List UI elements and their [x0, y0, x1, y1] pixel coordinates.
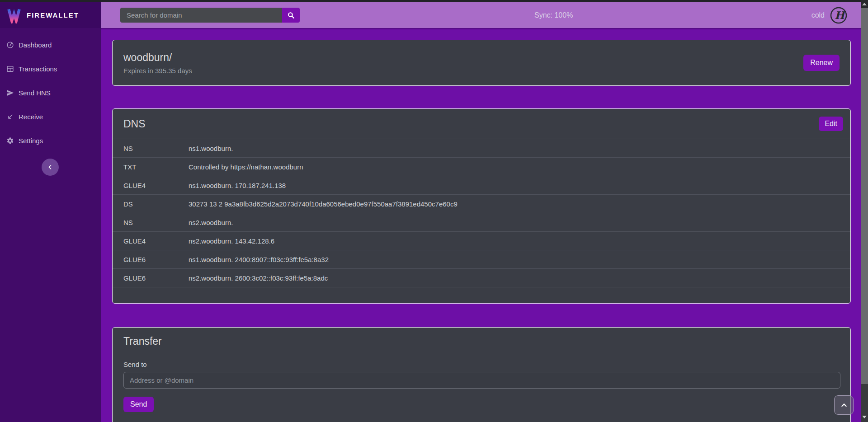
scrollbar-up-arrow-icon[interactable]	[861, 0, 868, 8]
dns-record-value: ns2.woodburn. 143.42.128.6	[189, 237, 840, 245]
domain-card: woodburn/ Expires in 395.35 days Renew	[112, 40, 851, 86]
wallet-switcher[interactable]: cold H	[811, 7, 847, 24]
dns-record-row: NS ns1.woodburn.	[113, 139, 850, 158]
send-transfer-button[interactable]: Send	[123, 397, 154, 412]
dns-record-row: GLUE4 ns2.woodburn. 143.42.128.6	[113, 232, 850, 250]
dns-record-value: ns2.woodburn. 2600:3c02::f03c:93ff:fe5a:…	[189, 274, 840, 282]
dns-card: DNS Edit NS ns1.woodburn. TXT Controlled…	[112, 108, 851, 304]
dns-record-value: ns1.woodburn. 170.187.241.138	[189, 182, 840, 189]
domain-expiry: Expires in 395.35 days	[123, 67, 192, 75]
dns-record-value: ns1.woodburn.	[189, 145, 840, 152]
receive-arrow-icon	[6, 113, 14, 121]
dns-record-row: NS ns2.woodburn.	[113, 213, 850, 232]
window-top-edge	[0, 0, 868, 2]
scroll-to-top-button[interactable]	[834, 395, 854, 415]
renew-button[interactable]: Renew	[803, 55, 840, 71]
dns-record-type: NS	[123, 145, 189, 152]
sidebar-item-receive[interactable]: Receive	[0, 105, 101, 129]
dns-record-row: DS 30273 13 2 9a3a8fb3d625d2a2073d740f10…	[113, 195, 850, 213]
sidebar-item-settings[interactable]: Settings	[0, 129, 101, 153]
sidebar-item-label: Transactions	[19, 65, 57, 73]
search-icon	[287, 11, 295, 19]
brand-header: FIREWALLET	[0, 2, 101, 28]
vertical-scrollbar[interactable]	[861, 0, 868, 422]
chevron-left-icon	[47, 164, 53, 170]
sidebar-item-label: Receive	[19, 113, 43, 121]
dns-record-value: Controlled by https://nathan.woodburn	[189, 163, 840, 171]
app-window: FIREWALLET Dashboard Transactions	[0, 0, 868, 422]
sidebar-nav: Dashboard Transactions Send HNS	[0, 28, 101, 153]
sidebar-item-label: Dashboard	[19, 41, 52, 49]
firewallet-logo-icon	[6, 7, 22, 23]
edit-dns-button[interactable]: Edit	[819, 117, 843, 131]
dns-record-type: GLUE4	[123, 237, 189, 245]
gear-icon	[6, 137, 14, 145]
dns-record-type: DS	[123, 200, 189, 208]
scrollbar-thumb[interactable]	[861, 8, 868, 384]
handshake-logo-icon: H	[830, 7, 847, 24]
topbar: Sync: 100% cold H	[101, 2, 861, 29]
sidebar-item-send-hns[interactable]: Send HNS	[0, 81, 101, 105]
sidebar-item-label: Settings	[19, 137, 43, 145]
table-icon	[6, 65, 14, 73]
sidebar: FIREWALLET Dashboard Transactions	[0, 2, 101, 422]
dns-record-row: GLUE6 ns2.woodburn. 2600:3c02::f03c:93ff…	[113, 269, 850, 287]
dns-title: DNS	[123, 118, 146, 130]
sync-status: Sync: 100%	[534, 11, 573, 19]
search-input[interactable]	[120, 8, 282, 23]
gauge-icon	[6, 41, 14, 49]
send-to-label: Send to	[123, 361, 840, 368]
dns-record-row: TXT Controlled by https://nathan.woodbur…	[113, 158, 850, 176]
search-button[interactable]	[282, 8, 300, 23]
transfer-card: Transfer Send to Send	[112, 327, 851, 422]
wallet-name: cold	[811, 11, 825, 19]
dns-record-value: 30273 13 2 9a3a8fb3d625d2a2073d740f10da6…	[189, 200, 840, 208]
dns-record-type: GLUE4	[123, 182, 189, 189]
dns-record-type: TXT	[123, 163, 189, 171]
dns-record-type: GLUE6	[123, 274, 189, 282]
chevron-up-icon	[840, 402, 848, 409]
send-icon	[6, 89, 14, 97]
dns-record-value: ns1.woodburn. 2400:8907::f03c:93ff:fe5a:…	[189, 256, 840, 263]
brand-name: FIREWALLET	[27, 11, 79, 19]
transfer-title: Transfer	[113, 328, 850, 347]
dns-card-header: DNS Edit	[113, 109, 850, 139]
domain-search	[120, 8, 300, 23]
dns-record-row: GLUE6 ns1.woodburn. 2400:8907::f03c:93ff…	[113, 250, 850, 269]
dns-records-table: NS ns1.woodburn. TXT Controlled by https…	[113, 139, 850, 287]
dns-record-type: GLUE6	[123, 256, 189, 263]
domain-title: woodburn/	[123, 52, 192, 64]
sidebar-item-label: Send HNS	[19, 89, 51, 97]
dns-record-row: GLUE4 ns1.woodburn. 170.187.241.138	[113, 176, 850, 195]
transfer-address-input[interactable]	[123, 372, 840, 389]
sidebar-item-dashboard[interactable]: Dashboard	[0, 33, 101, 57]
svg-text:H: H	[835, 9, 846, 21]
sidebar-item-transactions[interactable]: Transactions	[0, 57, 101, 81]
sidebar-collapse-button[interactable]	[42, 159, 59, 176]
dns-record-type: NS	[123, 219, 189, 226]
scrollbar-down-arrow-icon[interactable]	[861, 413, 868, 421]
dns-record-value: ns2.woodburn.	[189, 219, 840, 226]
main-content: woodburn/ Expires in 395.35 days Renew D…	[101, 29, 861, 422]
domain-card-text: woodburn/ Expires in 395.35 days	[123, 52, 192, 75]
